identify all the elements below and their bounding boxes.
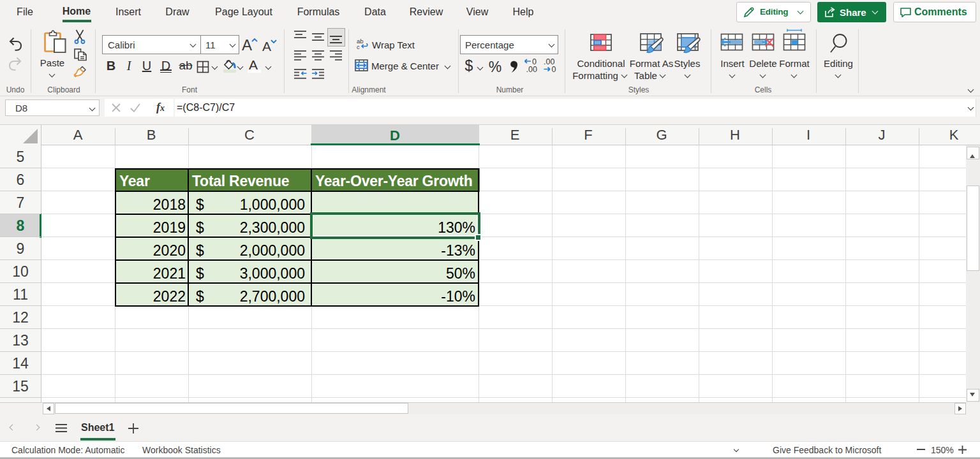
svg-text:c: c — [357, 43, 360, 50]
svg-text:.00: .00 — [526, 65, 537, 73]
svg-text:0: 0 — [552, 65, 556, 73]
